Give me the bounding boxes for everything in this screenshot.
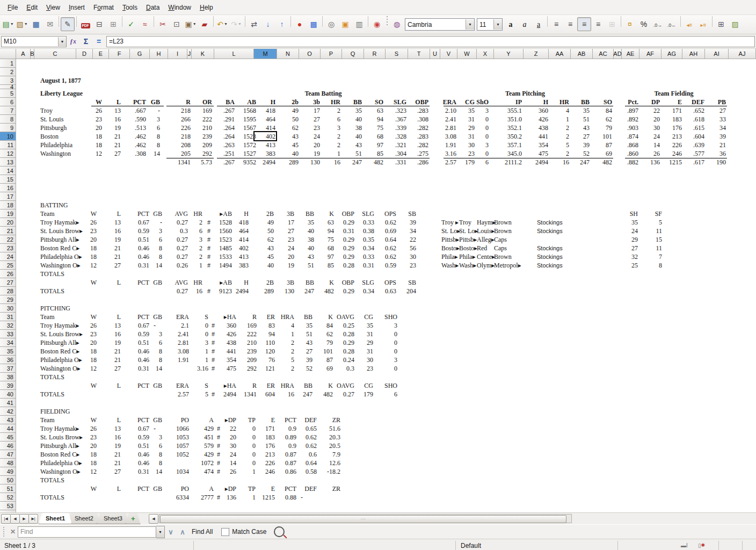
summary-total[interactable]: 190	[688, 158, 726, 167]
section-total[interactable]: 6	[360, 390, 397, 399]
menu-window[interactable]: Window	[164, 2, 195, 13]
italic-icon[interactable]: a	[518, 18, 532, 32]
row-header-28[interactable]: 28	[0, 287, 16, 295]
cell[interactable]: 30	[379, 252, 416, 261]
sheet-nav-first-icon[interactable]: |◀	[1, 514, 11, 524]
row-header-16[interactable]: 16	[0, 184, 16, 192]
cell[interactable]: 36	[688, 149, 726, 158]
row-header-26[interactable]: 26	[0, 270, 16, 278]
team-name[interactable]: St. Louis	[40, 115, 63, 124]
sort-descending-icon[interactable]: ↑	[275, 17, 289, 31]
report-date[interactable]: August 1, 1877	[40, 76, 81, 85]
delete-decimal-icon[interactable]: .0←	[665, 19, 679, 33]
font-size-dropdown-icon[interactable]: ▼	[493, 19, 502, 30]
column-header-AA[interactable]: AA	[549, 49, 571, 59]
team-extra[interactable]: Troy	[459, 218, 471, 227]
gallery-icon[interactable]: ▣	[338, 17, 352, 31]
team-extra[interactable]: Cente▸	[477, 252, 495, 261]
menu-view[interactable]: View	[42, 2, 64, 13]
row-header-4[interactable]: 4	[0, 85, 16, 89]
section-header[interactable]: Team	[40, 209, 54, 218]
column-header-E[interactable]: E	[93, 49, 109, 59]
row-header-19[interactable]: 19	[0, 209, 16, 218]
column-header-AC[interactable]: AC	[593, 49, 614, 59]
cell[interactable]: 56	[379, 244, 416, 252]
find-previous-icon[interactable]: ∧	[177, 526, 188, 537]
group-title-batting[interactable]: Team Batting	[304, 89, 341, 98]
summary-header[interactable]: PB	[688, 98, 726, 106]
spelling-icon[interactable]: ✓	[124, 17, 138, 31]
undo-icon[interactable]: ↶▼	[215, 17, 229, 31]
team-extra[interactable]: Stockings	[537, 261, 563, 270]
borders-icon[interactable]: ⊞	[714, 17, 728, 31]
cell[interactable]: 7	[624, 252, 662, 261]
team-extra[interactable]: Brown	[494, 218, 512, 227]
section-total[interactable]: 204	[379, 287, 416, 295]
new-icon[interactable]: ▤▼	[1, 17, 15, 31]
team-extra[interactable]: Stockings	[537, 227, 563, 235]
team-extra[interactable]: St. Lo▸	[441, 227, 460, 235]
sheet-nav-last-icon[interactable]: ▶|	[28, 514, 38, 524]
row-header-38[interactable]: 38	[0, 373, 16, 381]
row-header-22[interactable]: 22	[0, 235, 16, 244]
team-extra[interactable]: Stockings	[537, 252, 563, 261]
row-header-14[interactable]: 14	[0, 167, 16, 175]
summary-total[interactable]: 6	[451, 158, 489, 167]
cell[interactable]: 0	[451, 115, 489, 124]
cell[interactable]: 3	[451, 106, 489, 115]
font-name-combo[interactable]: Cambria ▼	[405, 18, 475, 31]
team-name[interactable]: Pittsburgh	[40, 124, 67, 132]
row-header-51[interactable]: 51	[0, 484, 16, 493]
row-header-10[interactable]: 10	[0, 132, 16, 141]
row-header-46[interactable]: 46	[0, 442, 16, 450]
cell[interactable]: 14	[125, 364, 162, 373]
currency-icon[interactable]: ¤	[623, 17, 637, 31]
data-sources-icon[interactable]: ▥	[352, 17, 366, 31]
team-extra[interactable]: Bosto▸	[441, 244, 460, 252]
cell[interactable]: 0	[451, 149, 489, 158]
team-extra[interactable]: Wash▸	[459, 261, 476, 270]
insert-chart-icon[interactable]: ●	[293, 17, 307, 31]
team-name[interactable]: Troy	[40, 106, 53, 115]
insert-mode-icon[interactable]: ▬I	[681, 542, 688, 548]
team-extra[interactable]: Bosto▸	[459, 244, 477, 252]
column-header-AD[interactable]: AD	[614, 49, 622, 59]
email-icon[interactable]: ✉	[43, 17, 57, 31]
team-name[interactable]: Boston	[40, 132, 59, 141]
menu-tools[interactable]: Tools	[118, 2, 142, 13]
cell[interactable]: 34	[379, 227, 416, 235]
row-header-36[interactable]: 36	[0, 356, 16, 364]
menu-help[interactable]: Help	[195, 2, 217, 13]
cell[interactable]: 27	[688, 106, 726, 115]
cell[interactable]: 5	[624, 218, 662, 227]
find-all-button[interactable]: Find All	[192, 528, 213, 535]
find-next-icon[interactable]: ∨	[165, 526, 177, 537]
row-header-2[interactable]: 2	[0, 68, 16, 76]
sum-icon[interactable]: Σ	[80, 36, 92, 47]
row-header-37[interactable]: 37	[0, 364, 16, 373]
sheet-tab-sheet3[interactable]: Sheet3	[97, 513, 129, 524]
help-icon[interactable]: ◉	[370, 17, 384, 31]
increase-indent-icon[interactable]: ▸≡	[696, 18, 710, 32]
row-header-20[interactable]: 20	[0, 218, 16, 227]
row-header-7[interactable]: 7	[0, 106, 16, 115]
column-header-V[interactable]: V	[440, 49, 457, 59]
column-header-S[interactable]: S	[386, 49, 408, 59]
cell[interactable]: 51.6	[303, 424, 340, 433]
column-header-D[interactable]: D	[76, 49, 93, 59]
column-header-C[interactable]: C	[34, 49, 76, 59]
merge-cells-icon[interactable]: ⊞	[605, 17, 619, 31]
column-header-P[interactable]: P	[321, 49, 342, 59]
section-header[interactable]: SHO	[360, 313, 397, 321]
row-header-43[interactable]: 43	[0, 416, 16, 424]
row-header-52[interactable]: 52	[0, 493, 16, 502]
totals-label[interactable]: TOTALS	[40, 476, 64, 484]
row-header-5[interactable]: 5	[0, 89, 16, 98]
decrease-indent-icon[interactable]: ◂≡	[682, 18, 696, 32]
bold-icon[interactable]: a	[504, 18, 518, 32]
column-header-H[interactable]: H	[150, 49, 168, 59]
column-header-X[interactable]: X	[477, 49, 494, 59]
column-header-AJ[interactable]: AJ	[729, 49, 756, 59]
cell[interactable]: 0	[451, 124, 489, 132]
team-extra[interactable]: Stockings	[537, 244, 563, 252]
